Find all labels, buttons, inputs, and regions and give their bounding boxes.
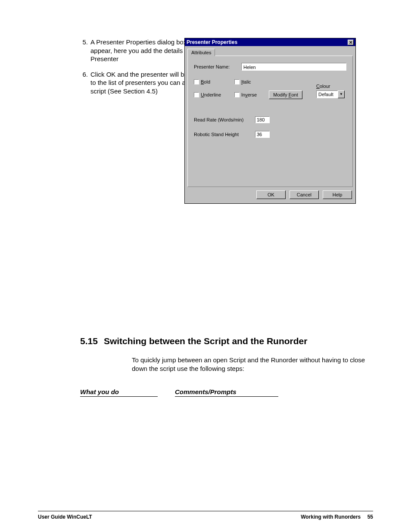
section-title: Switching between the Script and the Run… xyxy=(104,336,308,346)
tab-attributes[interactable]: Attributes xyxy=(187,49,215,56)
presenter-name-label: Presenter Name: xyxy=(194,64,241,69)
footer-right: Working with Runorders xyxy=(301,514,361,520)
cancel-button[interactable]: Cancel xyxy=(290,190,319,199)
bold-checkbox[interactable]: Bold xyxy=(194,79,228,84)
checkbox-icon xyxy=(194,79,199,84)
read-rate-label: Read Rate (Words/min) xyxy=(194,117,255,122)
section-5-15: 5.15 Switching between the Script and th… xyxy=(80,336,373,397)
presenter-properties-dialog: Presenter Properties ✕ Attributes Presen… xyxy=(184,38,356,204)
checkbox-icon xyxy=(194,92,199,97)
section-number: 5.15 xyxy=(80,336,98,346)
close-icon[interactable]: ✕ xyxy=(348,40,354,45)
stand-height-input[interactable]: 36 xyxy=(255,131,270,138)
italic-checkbox[interactable]: Italic xyxy=(234,79,269,84)
dialog-titlebar: Presenter Properties ✕ xyxy=(185,38,355,46)
tab-panel: Presenter Name: Helen Bold Underline xyxy=(187,56,353,187)
checkbox-icon xyxy=(234,92,240,97)
section-body: To quickly jump between an open Script a… xyxy=(132,356,373,373)
presenter-name-input[interactable]: Helen xyxy=(241,63,346,71)
colour-label: Colour xyxy=(316,84,345,89)
step-number: 6. xyxy=(80,70,90,96)
colour-select[interactable]: Default ▼ xyxy=(316,90,345,98)
chevron-down-icon: ▼ xyxy=(338,90,345,98)
column-comments-prompts: Comments/Prompts xyxy=(175,388,278,397)
checkbox-icon xyxy=(234,79,240,84)
section-heading: 5.15 Switching between the Script and th… xyxy=(80,336,373,346)
step-number: 5. xyxy=(80,38,90,63)
ok-button[interactable]: OK xyxy=(256,190,286,199)
read-rate-input[interactable]: 180 xyxy=(255,116,270,123)
footer-left: User Guide WinCueLT xyxy=(38,514,92,520)
stand-height-label: Robotic Stand Height xyxy=(194,132,255,137)
column-what-you-do: What you do xyxy=(80,388,158,397)
help-button[interactable]: Help xyxy=(323,190,352,199)
modify-font-button[interactable]: Modify Font xyxy=(269,90,302,99)
page-footer: User Guide WinCueLT Working with Runorde… xyxy=(38,511,373,520)
dialog-title: Presenter Properties xyxy=(187,39,237,45)
page-number: 55 xyxy=(367,514,373,520)
underline-checkbox[interactable]: Underline xyxy=(194,92,228,97)
inverse-checkbox[interactable]: Inverse xyxy=(234,92,269,97)
